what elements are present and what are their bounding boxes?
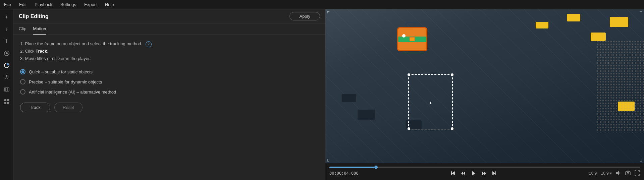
svg-rect-9: [451, 171, 452, 175]
taxi-2: [591, 33, 606, 41]
corner-mark-tr: [636, 11, 643, 17]
luggage-dot: [402, 34, 406, 38]
svg-rect-3: [4, 88, 8, 91]
instruction-line2: 2. Click Track.: [20, 48, 319, 55]
progress-knob[interactable]: [374, 166, 378, 169]
right-controls: 16:9 16:9 ▾: [589, 170, 640, 177]
menu-bar: File Edit Playback Settings Export Help: [0, 0, 644, 9]
menu-help[interactable]: Help: [104, 1, 115, 8]
svg-marker-12: [461, 171, 463, 175]
radio-circle-ai: [20, 89, 25, 95]
taxi-4: [536, 22, 548, 28]
menu-settings[interactable]: Settings: [59, 1, 77, 8]
radio-label-precise: Precise – suitable for dynamic objects: [29, 79, 102, 84]
radio-ai[interactable]: Artificial intelligence (AI) – alternati…: [20, 89, 319, 95]
help-icon[interactable]: ?: [146, 41, 152, 47]
luggage-sticker: [395, 22, 429, 49]
aspect-ratio-label[interactable]: 16:9: [589, 171, 597, 176]
corner-mark-tl: [327, 11, 333, 17]
menu-playback[interactable]: Playback: [33, 1, 54, 8]
icon-toolbar: + ♪ T ⏱: [0, 9, 13, 180]
radio-label-ai: Artificial intelligence (AI) – alternati…: [29, 89, 116, 95]
svg-rect-5: [4, 99, 6, 101]
svg-rect-16: [495, 171, 496, 175]
tab-clip[interactable]: Clip: [19, 26, 26, 35]
menu-file[interactable]: File: [3, 1, 12, 8]
radio-precise[interactable]: Precise – suitable for dynamic objects: [20, 79, 319, 84]
grid-tool-icon[interactable]: [2, 97, 12, 107]
car-3: [341, 94, 357, 102]
svg-rect-19: [626, 172, 630, 175]
svg-marker-15: [484, 171, 486, 175]
svg-rect-8: [7, 102, 9, 104]
video-preview: +: [325, 9, 644, 180]
play-button[interactable]: [470, 170, 478, 177]
crowd-overlay: [596, 40, 644, 132]
svg-rect-7: [4, 102, 6, 104]
svg-point-20: [627, 172, 629, 174]
menu-edit[interactable]: Edit: [18, 1, 28, 8]
car-2: [405, 120, 422, 129]
instruction-line3: 3. Move titles or sticker in the player.: [20, 55, 319, 62]
car-1: [357, 109, 376, 120]
svg-marker-10: [452, 171, 455, 175]
taxi-3: [567, 14, 580, 21]
svg-rect-6: [7, 99, 9, 101]
step-back-button[interactable]: [460, 170, 467, 176]
reset-button[interactable]: Reset: [54, 103, 83, 112]
aspect-ratio-display[interactable]: 16:9 ▾: [601, 171, 612, 176]
video-area[interactable]: +: [325, 9, 644, 163]
add-tool-icon[interactable]: +: [2, 12, 12, 22]
svg-marker-18: [616, 171, 619, 175]
clip-tabs: Clip Motion: [13, 23, 325, 35]
music-tool-icon[interactable]: ♪: [2, 24, 12, 34]
color-tool-icon[interactable]: [2, 60, 12, 70]
track-button[interactable]: Track: [20, 103, 50, 112]
effects-tool-icon[interactable]: [2, 48, 12, 58]
instructions: 1. Place the frame on an object and sele…: [20, 40, 319, 62]
progress-fill: [329, 167, 376, 168]
clock-tool-icon[interactable]: ⏱: [2, 72, 12, 82]
clip-content: 1. Place the frame on an object and sele…: [13, 35, 325, 180]
playback-controls: [449, 170, 498, 177]
clip-editing-title: Clip Editing: [19, 13, 49, 19]
radio-label-quick: Quick – suitable for static objects: [29, 69, 93, 74]
time-display: 00:00:04.000: [329, 171, 359, 176]
fullscreen-button[interactable]: [635, 170, 640, 177]
radio-circle-quick: [20, 69, 25, 74]
text-tool-icon[interactable]: T: [2, 36, 12, 46]
apply-button[interactable]: Apply: [289, 12, 320, 20]
svg-marker-11: [463, 171, 465, 175]
radio-circle-precise: [20, 79, 25, 84]
snapshot-button[interactable]: [625, 171, 631, 176]
skip-to-start-button[interactable]: [449, 170, 457, 176]
corner-mark-bl: [327, 155, 333, 162]
volume-button[interactable]: [616, 171, 621, 176]
luggage-latch: [410, 37, 415, 41]
svg-marker-14: [482, 171, 484, 175]
menu-export[interactable]: Export: [83, 1, 98, 8]
controls-row: 00:00:04.000: [329, 170, 640, 177]
corner-mark-br: [636, 155, 643, 162]
clip-panel-header: Clip Editing Apply: [13, 9, 325, 23]
skip-to-end-button[interactable]: [490, 170, 498, 176]
step-forward-button[interactable]: [480, 170, 488, 176]
progress-bar[interactable]: [329, 167, 640, 168]
svg-marker-17: [492, 171, 495, 175]
instruction-line1: 1. Place the frame on an object and sele…: [20, 40, 319, 48]
luggage-body: [397, 27, 427, 51]
clip-editing-panel: Clip Editing Apply Clip Motion 1. Place …: [13, 9, 325, 180]
taxi-1: [610, 17, 628, 27]
tab-motion[interactable]: Motion: [33, 26, 46, 35]
action-buttons: Track Reset: [20, 103, 319, 112]
tracking-method-group: Quick – suitable for static objects Prec…: [20, 69, 319, 95]
svg-rect-4: [6, 88, 9, 91]
svg-point-1: [6, 52, 8, 54]
svg-marker-13: [472, 171, 475, 176]
radio-quick[interactable]: Quick – suitable for static objects: [20, 69, 319, 74]
video-controls: 00:00:04.000: [325, 163, 644, 180]
overlay-tool-icon[interactable]: [2, 84, 12, 95]
luggage-handle: [406, 22, 419, 26]
main-layout: + ♪ T ⏱: [0, 9, 644, 180]
